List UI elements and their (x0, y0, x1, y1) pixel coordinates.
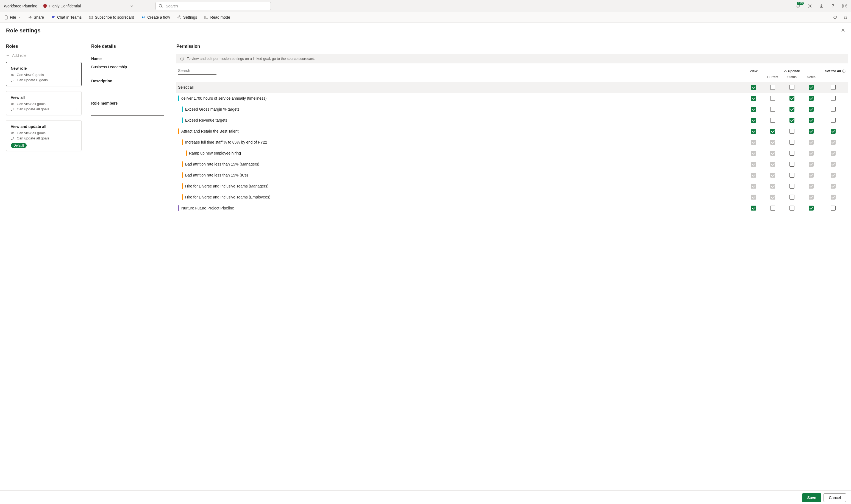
checkbox[interactable] (789, 162, 794, 167)
checkbox[interactable] (789, 195, 794, 200)
save-button[interactable]: Save (802, 493, 822, 502)
close-button[interactable] (841, 28, 845, 33)
goal-label: Exceed Revenue targets (185, 118, 227, 122)
sub-status: Status (782, 75, 802, 79)
role-card-title: View and update all (11, 124, 77, 129)
role-card[interactable]: View allCan view all goalsCan update all… (6, 91, 82, 115)
description-input[interactable] (91, 86, 164, 93)
checkbox[interactable] (789, 184, 794, 188)
checkbox[interactable] (831, 129, 836, 134)
status-color-tick (182, 107, 183, 112)
checkbox[interactable] (770, 85, 775, 90)
checkbox[interactable] (789, 151, 794, 156)
status-color-tick (178, 128, 179, 134)
col-set-for-all[interactable]: Set for all (821, 69, 846, 73)
app-launcher-button[interactable] (842, 3, 847, 9)
select-all-label: Select all (178, 85, 744, 89)
role-more-button[interactable] (73, 107, 79, 113)
checkbox (751, 151, 756, 156)
permission-row: Increase full time staff % to 85% by end… (176, 137, 848, 148)
confidentiality-badge[interactable]: Highly Confidential (43, 4, 81, 8)
checkbox[interactable] (831, 118, 836, 123)
name-input[interactable] (91, 64, 164, 71)
goal-cell: Hire for Diverse and Inclusive Teams (Ma… (182, 183, 744, 189)
subscribe-button[interactable]: Subscribe to scorecard (88, 14, 135, 21)
checkbox[interactable] (809, 118, 814, 123)
role-update-line: Can update all goals (11, 107, 77, 111)
edit-icon (11, 107, 15, 111)
checkbox[interactable] (770, 107, 775, 112)
checkbox[interactable] (789, 96, 794, 101)
chevron-down-icon[interactable] (130, 4, 134, 8)
help-button[interactable] (830, 3, 836, 9)
checkbox[interactable] (809, 205, 814, 211)
checkbox[interactable] (770, 118, 775, 123)
members-input[interactable] (91, 108, 164, 115)
role-view-line: Can view all goals (11, 102, 77, 106)
checkbox[interactable] (831, 205, 836, 211)
permission-search-input[interactable] (178, 67, 216, 75)
goal-label: Exceed Gross margin % targets (185, 107, 240, 111)
checkbox[interactable] (751, 118, 756, 123)
content: Roles Add role New roleCan view 0 goalsC… (0, 39, 851, 490)
checkbox (831, 195, 836, 200)
create-flow-button[interactable]: Create a flow (140, 14, 171, 21)
share-button[interactable]: Share (27, 14, 45, 21)
checkbox (809, 151, 814, 156)
role-card[interactable]: View and update allCan view all goalsCan… (6, 120, 82, 151)
chat-teams-button[interactable]: Chat in Teams (50, 14, 83, 21)
checkbox[interactable] (831, 107, 836, 112)
checkbox[interactable] (789, 85, 794, 90)
checkbox[interactable] (789, 118, 794, 123)
checkbox[interactable] (789, 173, 794, 178)
checkbox[interactable] (751, 96, 756, 101)
checkbox[interactable] (809, 107, 814, 112)
checkbox (770, 184, 775, 188)
checkbox (751, 140, 756, 145)
checkbox[interactable] (789, 129, 794, 134)
col-view[interactable]: View (744, 69, 763, 73)
help-icon (830, 4, 835, 8)
role-card[interactable]: New roleCan view 0 goalsCan update 0 goa… (6, 62, 82, 86)
checkbox[interactable] (789, 107, 794, 112)
settings-button[interactable] (807, 3, 813, 9)
checkbox[interactable] (789, 205, 794, 211)
checkbox[interactable] (751, 205, 756, 211)
role-more-button[interactable] (73, 77, 79, 84)
checkbox[interactable] (751, 85, 756, 90)
role-details-panel: Role details Name Description Role membe… (85, 39, 170, 490)
shield-icon (43, 4, 47, 8)
checkbox[interactable] (831, 96, 836, 101)
checkbox[interactable] (809, 96, 814, 101)
checkbox[interactable] (809, 85, 814, 90)
notifications-button[interactable]: 119 (796, 3, 801, 9)
checkbox[interactable] (770, 129, 775, 134)
cancel-button[interactable]: Cancel (823, 493, 846, 502)
goal-label: Ramp up new employee hiring (189, 151, 241, 155)
checkbox[interactable] (751, 129, 756, 134)
refresh-button[interactable] (832, 15, 838, 20)
read-mode-button[interactable]: Read mode (203, 14, 231, 21)
bookmark-button[interactable] (843, 15, 848, 20)
checkbox[interactable] (770, 205, 775, 211)
eye-icon (11, 73, 15, 77)
goal-label: Increase full time staff % to 85% by end… (185, 140, 267, 144)
checkbox[interactable] (751, 107, 756, 112)
download-button[interactable] (819, 3, 824, 9)
checkbox[interactable] (770, 96, 775, 101)
checkbox[interactable] (789, 140, 794, 145)
file-menu[interactable]: File (3, 14, 22, 21)
share-icon (28, 15, 32, 19)
role-update-line: Can update all goals (11, 136, 77, 140)
checkbox[interactable] (809, 129, 814, 134)
checkbox (831, 140, 836, 145)
checkbox[interactable] (831, 85, 836, 90)
goal-cell: Exceed Gross margin % targets (182, 107, 744, 112)
add-role-button[interactable]: Add role (6, 53, 82, 58)
default-badge: Default (11, 143, 27, 148)
settings-button-ribbon[interactable]: Settings (176, 14, 198, 21)
col-update[interactable]: Update (763, 69, 821, 73)
search-input[interactable] (165, 4, 268, 8)
search-box[interactable] (155, 2, 271, 10)
description-label: Description (91, 79, 164, 83)
